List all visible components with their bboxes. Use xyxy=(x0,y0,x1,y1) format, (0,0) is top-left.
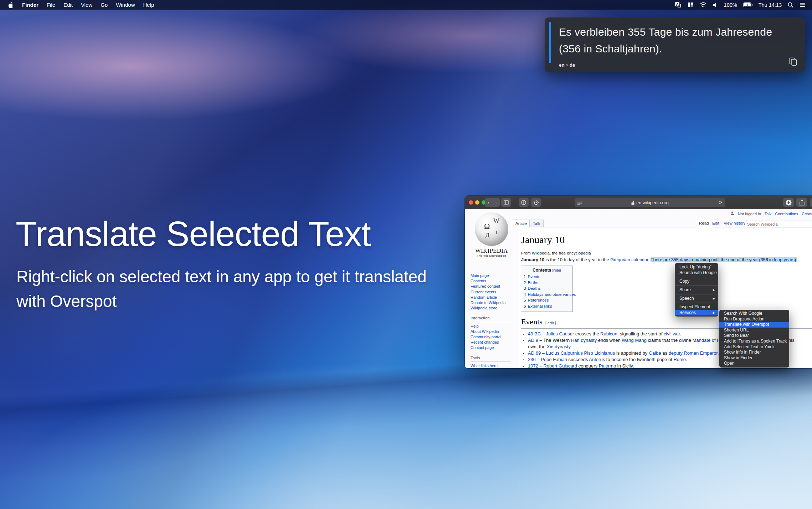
context-menu-item-speech[interactable]: Speech▶ xyxy=(675,295,718,301)
wiki-link[interactable]: Events xyxy=(528,274,540,279)
context-menu-item-copy[interactable]: Copy xyxy=(675,278,718,284)
services-item-add-selected-text-to-yoink[interactable]: Add Selected Text to Yoink xyxy=(719,344,789,350)
address-bar[interactable]: en.wikipedia.org ⟳ xyxy=(575,198,725,207)
sidebar-link-contents[interactable]: Contents xyxy=(471,278,515,284)
services-item-translate-with-overspot[interactable]: Translate with Overspot xyxy=(719,322,789,328)
wikipedia-wordmark[interactable]: WIKIPEDIA xyxy=(465,247,518,254)
sidebar-link-contact-page[interactable]: Contact page xyxy=(471,345,515,350)
wiki-link[interactable]: External links xyxy=(528,304,552,308)
overspot-extension-button[interactable] xyxy=(531,198,541,207)
back-button[interactable]: ‹ xyxy=(485,200,492,206)
wiki-search-input[interactable] xyxy=(745,221,812,227)
share-button[interactable] xyxy=(796,198,807,207)
wiki-link[interactable]: Holidays and observances xyxy=(528,292,576,297)
wiki-link[interactable]: civil war xyxy=(664,331,680,336)
wiki-link[interactable]: Lucius Calpurnius Piso Licinianus xyxy=(546,350,615,356)
services-item-open[interactable]: Open xyxy=(719,361,789,366)
sidebar-link-help[interactable]: Help xyxy=(471,324,515,329)
minimize-button[interactable] xyxy=(475,200,479,205)
wiki-link[interactable]: Robert Guiscard xyxy=(543,363,577,369)
menubar-clock[interactable]: Thu 14:13 xyxy=(759,2,782,8)
menubar-menu-edit[interactable]: Edit xyxy=(63,2,73,8)
wifi-icon[interactable] xyxy=(700,2,707,7)
translate-menubar-icon[interactable]: A xyxy=(675,2,682,8)
close-button[interactable] xyxy=(469,200,473,205)
wiki-link[interactable]: Pope Fabian xyxy=(541,357,567,362)
menubar-menus: FileEditViewGoWindowHelp xyxy=(47,2,154,8)
wiki-link[interactable]: AD 9 xyxy=(528,338,538,343)
personal-tool-create-account[interactable]: Create account xyxy=(802,212,812,216)
sidebar-toggle-button[interactable] xyxy=(501,198,511,207)
context-menu-item-inspect-element[interactable]: Inspect Element xyxy=(675,304,718,310)
services-item-search-with-google[interactable]: Search With Google xyxy=(719,311,789,317)
wiki-link[interactable]: Rubicon xyxy=(600,331,617,336)
personal-tool-contributions[interactable]: Contributions xyxy=(775,212,798,216)
wiki-link[interactable]: References xyxy=(528,298,549,302)
services-item-run-dropzone-action[interactable]: Run Dropzone Action xyxy=(719,317,789,322)
wiki-link[interactable]: 1072 xyxy=(528,363,538,369)
copy-icon[interactable] xyxy=(789,57,797,67)
sidebar-link-community-portal[interactable]: Community portal xyxy=(471,334,515,340)
menubar-menu-help[interactable]: Help xyxy=(143,2,154,8)
sidebar-link-random-article[interactable]: Random article xyxy=(471,295,515,300)
wiki-link[interactable]: deputy Roman Emperor xyxy=(669,350,718,356)
wiki-link[interactable]: Galba xyxy=(649,350,661,356)
sidebar-link-featured-content[interactable]: Featured content xyxy=(471,284,515,289)
context-menu-item-share[interactable]: Share▶ xyxy=(675,287,718,293)
wiki-link[interactable]: Han dynasty xyxy=(571,338,597,343)
tab-article[interactable]: Article xyxy=(512,220,530,228)
reload-icon[interactable]: ⟳ xyxy=(719,200,723,205)
wiki-link[interactable]: Births xyxy=(528,281,538,285)
edit-section-link[interactable]: [ edit ] xyxy=(545,321,556,325)
sidebar-link-current-events[interactable]: Current events xyxy=(471,289,515,295)
services-submenu: Search With GoogleRun Dropzone ActionTra… xyxy=(719,310,789,367)
services-item-show-in-finder[interactable]: Show in Finder xyxy=(719,355,789,361)
reader-icon[interactable] xyxy=(577,201,582,206)
menubar-menu-view[interactable]: View xyxy=(81,2,92,8)
context-menu-item-search-with-google[interactable]: Search with Google xyxy=(675,270,718,276)
services-item-shorten-url[interactable]: Shorten URL xyxy=(719,328,789,333)
services-item-show-info-in-finder[interactable]: Show Info in Finder xyxy=(719,350,789,355)
wikipedia-logo[interactable]: Ω W Д Ι xyxy=(475,212,508,246)
apple-menu-icon[interactable] xyxy=(7,2,12,8)
new-tab-button[interactable]: ＋ xyxy=(810,198,812,207)
personal-tool-talk[interactable]: Talk xyxy=(765,212,772,216)
wiki-link[interactable]: Palermo xyxy=(599,363,616,369)
wiki-link[interactable]: 49 BC xyxy=(528,331,541,336)
wiki-link[interactable]: Rome xyxy=(673,357,686,362)
extension-info-button[interactable] xyxy=(519,198,529,207)
wiki-link[interactable]: Wang Mang xyxy=(622,338,647,343)
sidebar-link-what-links-here[interactable]: What links here xyxy=(471,363,515,368)
spotlight-search-icon[interactable] xyxy=(788,2,793,8)
sidebar-link-wikipedia-store[interactable]: Wikipedia store xyxy=(471,305,515,311)
menubar-app-name[interactable]: Finder xyxy=(22,2,38,8)
services-item-send-to-bear[interactable]: Send to Bear xyxy=(719,333,789,339)
context-menu-item-look-up-during-[interactable]: Look Up “during” xyxy=(675,264,718,270)
overspot-download-button[interactable] xyxy=(783,198,794,207)
wiki-link[interactable]: 236 xyxy=(528,357,536,362)
services-item-add-to-itunes-as-a-spoken-track[interactable]: Add to iTunes as a Spoken Track xyxy=(719,339,789,344)
menubar-menu-go[interactable]: Go xyxy=(101,2,108,8)
sidebar-link-donate-to-wikipedia[interactable]: Donate to Wikipedia xyxy=(471,300,515,305)
wiki-link[interactable]: Gregorian calendar xyxy=(610,257,648,262)
menubar-menu-file[interactable]: File xyxy=(47,2,55,8)
wiki-link[interactable]: AD 69 xyxy=(528,350,541,356)
text-segment: is appointed by xyxy=(615,350,649,356)
window-tiles-icon[interactable] xyxy=(688,2,694,7)
volume-icon[interactable] xyxy=(713,2,718,7)
contents-hide-toggle[interactable]: [hide] xyxy=(552,268,561,272)
wiki-link[interactable]: Anterus xyxy=(589,357,605,362)
menubar-menu-window[interactable]: Window xyxy=(116,2,135,8)
notification-center-icon[interactable] xyxy=(800,2,806,7)
sidebar-link-main-page[interactable]: Main page xyxy=(471,273,515,278)
context-menu-item-services[interactable]: Services▶ xyxy=(675,310,718,315)
sidebar-link-about-wikipedia[interactable]: About Wikipedia xyxy=(471,329,515,334)
battery-icon[interactable] xyxy=(743,2,752,7)
wiki-link[interactable]: Xin dynasty xyxy=(547,344,570,349)
wiki-link[interactable]: leap years xyxy=(774,257,795,262)
tab-talk[interactable]: Talk xyxy=(529,220,544,227)
wiki-link[interactable]: Julius Caesar xyxy=(546,331,574,336)
wiki-link[interactable]: Deaths xyxy=(528,286,540,291)
forward-button[interactable]: › xyxy=(492,200,500,206)
sidebar-link-recent-changes[interactable]: Recent changes xyxy=(471,340,515,345)
